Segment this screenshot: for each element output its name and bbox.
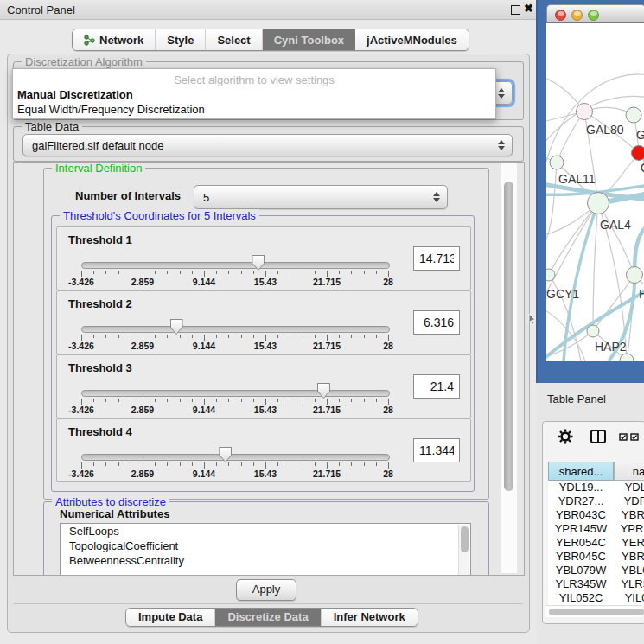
slider-track[interactable] [81, 390, 390, 397]
network-window-titlebar[interactable] [546, 4, 644, 23]
scrollbar-thumb[interactable] [461, 526, 469, 552]
threshold-panel: Threshold 3-3.4262.8599.14415.4321.71528 [56, 354, 471, 418]
numerical-attributes-label: Numerical Attributes [60, 507, 169, 520]
control-panel-titlebar: Control Panel ✖ [0, 0, 536, 20]
popup-option-equal-width-frequency[interactable]: Equal Width/Frequency Discretization [16, 103, 492, 117]
network-edge[interactable] [557, 112, 584, 163]
combobox-value: galFiltered.sif default node [32, 139, 163, 152]
number-of-intervals-combobox[interactable]: 5 [194, 185, 448, 209]
slider-track[interactable] [81, 326, 390, 333]
network-node[interactable] [546, 269, 555, 281]
zoom-traffic-light-icon[interactable] [588, 10, 599, 21]
network-node[interactable] [627, 267, 643, 284]
network-node[interactable] [632, 146, 644, 161]
network-node[interactable] [577, 104, 593, 120]
table-data-combobox[interactable]: galFiltered.sif default node [22, 134, 513, 156]
popup-option-manual-discretization[interactable]: Manual Discretization [16, 88, 492, 102]
network-node[interactable] [550, 156, 564, 169]
table-row[interactable]: YDR27...YDR27... [548, 494, 644, 508]
horizontal-scrollbar[interactable] [545, 605, 642, 617]
tab-jactivemnodules[interactable]: jActiveMNodules [355, 29, 469, 50]
cell-shared-name[interactable]: YPR145W [548, 522, 614, 536]
threshold-value-input[interactable] [413, 438, 460, 462]
network-edge[interactable] [546, 203, 598, 298]
numerical-attributes-list[interactable]: SelfLoopsTopologicalCoefficientBetweenne… [60, 523, 471, 576]
table-row[interactable]: YIL052CYIL052C [548, 591, 644, 605]
tab-label: jActiveMNodules [367, 34, 457, 47]
scrollbar-thumb[interactable] [549, 609, 644, 615]
table-row[interactable]: YLR345WYLR345W [548, 577, 644, 591]
attribute-list-item[interactable]: TopologicalCoefficient [61, 539, 470, 553]
cell-shared-name[interactable]: YBR045C [548, 550, 614, 564]
network-edge[interactable] [593, 203, 598, 331]
tab-discretize-data[interactable]: Discretize Data [215, 609, 321, 626]
cell-name[interactable]: YER054C [614, 536, 644, 550]
column-header-shared[interactable]: shared... [548, 462, 614, 481]
close-traffic-light-icon[interactable] [555, 10, 566, 21]
cell-name[interactable]: YBR043C [614, 508, 644, 522]
attribute-list-item[interactable]: SelfLoops [61, 524, 470, 539]
cell-name[interactable]: YIL052C [614, 591, 644, 605]
cell-name[interactable]: YPR145W [614, 522, 644, 536]
tab-impute-data[interactable]: Impute Data [126, 609, 215, 626]
slider-track[interactable] [81, 262, 390, 269]
cell-shared-name[interactable]: YLR345W [548, 577, 614, 591]
network-canvas[interactable]: GAL80GACGAL11GAL4GCY1HHAP2 [546, 23, 644, 361]
cell-shared-name[interactable]: YIL052C [548, 591, 614, 605]
list-scrollbar[interactable] [458, 525, 469, 576]
table-row[interactable]: YBR043CYBR043C [548, 508, 644, 522]
cell-name[interactable]: YLR345W [614, 577, 644, 591]
tab-cyni-toolbox[interactable]: Cyni Toolbox [263, 29, 355, 50]
network-node[interactable] [587, 325, 599, 337]
cell-shared-name[interactable]: YER054C [548, 536, 614, 550]
combobox-value: 5 [203, 191, 209, 204]
minimize-traffic-light-icon[interactable] [571, 10, 583, 21]
threshold-value-input[interactable] [413, 310, 460, 335]
close-icon[interactable]: ✖ [524, 2, 533, 15]
float-window-icon[interactable] [511, 5, 520, 15]
network-node[interactable] [626, 107, 641, 123]
cell-name[interactable]: YBR045C [614, 550, 644, 564]
network-edge[interactable] [598, 203, 634, 275]
slider-track[interactable] [81, 454, 390, 461]
tab-infer-network[interactable]: Infer Network [322, 609, 418, 626]
control-panel: Control Panel ✖ Network Style Select Cyn… [0, 0, 537, 644]
apply-button[interactable]: Apply [236, 579, 296, 601]
network-node[interactable] [588, 193, 609, 214]
threshold-slider[interactable]: -3.4262.8599.14415.4321.71528 [81, 291, 390, 354]
cell-shared-name[interactable]: YBR043C [548, 508, 614, 522]
network-node[interactable] [620, 354, 634, 361]
threshold-value-input[interactable] [413, 246, 460, 271]
slider-tick-labels: -3.4262.8599.14415.4321.71528 [81, 469, 389, 480]
tab-style[interactable]: Style [156, 29, 206, 50]
threshold-slider[interactable]: -3.4262.8599.14415.4321.71528 [81, 419, 390, 481]
group-title: Discretization Algorithm [22, 55, 146, 68]
cell-name[interactable]: YDR27... [614, 494, 644, 508]
network-view-frame: GAL80GACGAL11GAL4GCY1HHAP2 [536, 0, 644, 383]
threshold-slider[interactable]: -3.4262.8599.14415.4321.71528 [81, 355, 390, 418]
split-column-icon[interactable] [590, 430, 606, 443]
table-row[interactable]: YPR145WYPR145W [548, 522, 644, 536]
table-row[interactable]: YER054CYER054C [548, 536, 644, 550]
cell-shared-name[interactable]: YDL19... [548, 481, 614, 494]
tab-select[interactable]: Select [206, 29, 262, 50]
cell-shared-name[interactable]: YDR27... [548, 494, 614, 508]
table-panel-title: Table Panel [547, 392, 606, 405]
vertical-scrollbar[interactable] [501, 163, 517, 573]
table-row[interactable]: YBR045CYBR045C [548, 550, 644, 564]
column-header-name[interactable]: name [614, 462, 644, 481]
table-row[interactable]: YBL079WYBL079W [548, 564, 644, 577]
cell-name[interactable]: YDL19... [614, 481, 644, 494]
threshold-slider[interactable]: -3.4262.8599.14415.4321.71528 [81, 227, 390, 290]
network-node-label: C [641, 161, 644, 175]
cell-name[interactable]: YBL079W [614, 564, 644, 577]
checkbox-icon[interactable] [630, 433, 640, 441]
attribute-list-item[interactable]: BetweennessCentrality [61, 553, 470, 568]
gear-icon[interactable] [558, 429, 573, 444]
checkbox-icon[interactable] [619, 433, 628, 441]
table-row[interactable]: YDL19...YDL19... [548, 481, 644, 494]
threshold-value-input[interactable] [413, 374, 460, 399]
cell-shared-name[interactable]: YBL079W [548, 564, 614, 577]
tab-network[interactable]: Network [73, 29, 156, 50]
scrollbar-thumb[interactable] [504, 182, 513, 491]
